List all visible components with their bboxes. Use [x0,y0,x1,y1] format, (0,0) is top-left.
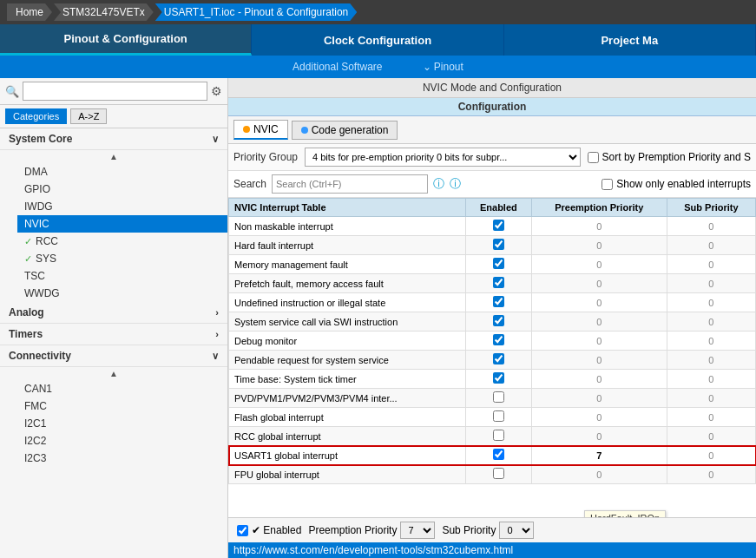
category-system-core-label: System Core [9,133,72,145]
interrupt-name: Non maskable interrupt [229,217,466,236]
scroll-up-arrow[interactable]: ▲ [0,150,227,163]
tab-pinout[interactable]: ⌄ Pinout [416,59,470,75]
nvic-label: NVIC [24,218,49,230]
bottom-preemption-select[interactable]: 7 [400,522,435,539]
interrupt-enabled[interactable] [466,255,532,274]
i2c2-label: I2C2 [24,435,46,447]
interrupt-enabled-checkbox[interactable] [493,239,504,250]
interrupt-name: Memory management fault [229,255,466,274]
interrupt-name: System service call via SWI instruction [229,312,466,332]
subcategory-rcc[interactable]: ✓ RCC [17,233,227,250]
interrupt-name: USART1 global interrupt [229,446,466,465]
subcategory-fmc[interactable]: FMC [17,397,227,415]
tab-project-manager[interactable]: Project Ma [504,24,756,56]
interrupt-enabled-checkbox[interactable] [493,296,504,307]
config-tab-code-gen[interactable]: Code generation [292,121,398,140]
sort-check-label: Sort by Premption Priority and S [602,151,751,163]
interrupt-sub: 0 [667,217,755,236]
breadcrumb-device[interactable]: STM32L475VETx [54,3,154,21]
bottom-sub-select[interactable]: 0 [499,522,534,539]
subcategory-gpio[interactable]: GPIO [17,181,227,198]
interrupt-enabled[interactable] [466,293,532,312]
gpio-label: GPIO [24,183,50,195]
interrupt-enabled-checkbox[interactable] [493,468,504,479]
subcategory-sys[interactable]: ✓ SYS [17,250,227,267]
category-analog[interactable]: Analog › [0,302,227,324]
interrupt-enabled-checkbox[interactable] [493,258,504,269]
show-enabled-checkbox[interactable] [602,179,613,190]
table-row: FPU global interrupt00 [229,465,756,484]
interrupt-enabled[interactable] [466,217,532,236]
interrupt-enabled[interactable] [466,332,532,351]
table-row: Debug monitor00 [229,332,756,351]
subcategory-can1[interactable]: CAN1 [17,380,227,397]
search-input[interactable] [272,174,428,194]
left-gear-icon[interactable]: ⚙ [211,84,222,98]
nvic-dot [243,126,250,133]
search-row: Search ⓘ ⓘ Show only enabled interrupts [228,171,756,198]
tooltip-hardfault: HardFault_IRQn [584,510,666,517]
interrupt-enabled-checkbox[interactable] [493,372,504,384]
main-layout: 🔍 ⚙ Categories A->Z System Core ∨ ▲ DMA … [0,78,756,558]
info-icon-2[interactable]: ⓘ [450,176,461,192]
interrupt-enabled[interactable] [466,312,532,332]
interrupt-enabled-checkbox[interactable] [493,334,504,345]
interrupt-enabled[interactable] [466,351,532,370]
breadcrumb: Home STM32L475VETx USART1_IT.ioc - Pinou… [0,0,756,24]
category-connectivity[interactable]: Connectivity ∨ [0,345,227,367]
connectivity-scroll-up[interactable]: ▲ [0,367,227,380]
interrupt-enabled-checkbox[interactable] [493,391,504,403]
subcategory-i2c2[interactable]: I2C2 [17,432,227,450]
subcategory-i2c3[interactable]: I2C3 [17,450,227,467]
table-row: System service call via SWI instruction0… [229,312,756,332]
left-search-input[interactable] [23,82,207,101]
interrupt-enabled[interactable] [466,274,532,293]
code-gen-tab-label: Code generation [312,124,389,136]
tab-clock-config[interactable]: Clock Configuration [252,24,503,56]
subcategory-iwdg[interactable]: IWDG [17,198,227,215]
subcategory-dma[interactable]: DMA [17,163,227,181]
info-icon-1[interactable]: ⓘ [433,176,444,192]
sort-checkbox[interactable] [588,152,599,163]
interrupt-enabled[interactable] [466,408,532,427]
breadcrumb-home[interactable]: Home [7,3,52,21]
table-row: Memory management fault00 [229,255,756,274]
priority-group-select[interactable]: 4 bits for pre-emption priority 0 bits f… [305,148,581,167]
interrupt-enabled-checkbox[interactable] [493,353,504,364]
filter-tab-az[interactable]: A->Z [70,108,107,124]
interrupt-preemption: 0 [531,351,667,370]
category-timers[interactable]: Timers › [0,324,227,345]
interrupt-enabled-checkbox[interactable] [493,449,504,460]
interrupt-enabled-checkbox[interactable] [493,430,504,441]
tab-additional-software[interactable]: Additional Software [286,59,389,75]
category-system-core[interactable]: System Core ∨ [0,128,227,150]
left-search-bar: 🔍 ⚙ [0,78,227,105]
interrupt-enabled[interactable] [466,446,532,465]
interrupt-name: FPU global interrupt [229,465,466,484]
interrupt-preemption: 0 [531,312,667,332]
interrupt-enabled[interactable] [466,465,532,484]
filter-tab-categories[interactable]: Categories [5,108,67,124]
interrupt-enabled-checkbox[interactable] [493,277,504,288]
subcategory-wwdg[interactable]: WWDG [17,285,227,302]
interrupt-enabled-checkbox[interactable] [493,220,504,231]
interrupt-enabled[interactable] [466,389,532,408]
table-row: USART1 global interrupt70 [229,446,756,465]
subcategory-tsc[interactable]: TSC [17,267,227,285]
breadcrumb-current[interactable]: USART1_IT.ioc - Pinout & Configuration [155,3,358,21]
chevron-timers: › [215,329,219,339]
interrupt-enabled-checkbox[interactable] [493,410,504,422]
subcategory-nvic[interactable]: NVIC [17,215,227,233]
interrupt-enabled[interactable] [466,236,532,255]
interrupt-preemption: 0 [531,236,667,255]
tab-pinout-config[interactable]: Pinout & Configuration [0,24,252,56]
bottom-enabled-checkbox[interactable] [237,525,248,536]
subcategory-i2c1[interactable]: I2C1 [17,415,227,432]
interrupt-sub: 0 [667,293,755,312]
interrupt-enabled[interactable] [466,427,532,446]
interrupt-name: PVD/PVM1/PVM2/PVM3/PVM4 inter... [229,389,466,408]
interrupt-preemption: 0 [531,408,667,427]
interrupt-enabled-checkbox[interactable] [493,315,504,326]
interrupt-enabled[interactable] [466,370,532,389]
config-tab-nvic[interactable]: NVIC [233,120,288,140]
